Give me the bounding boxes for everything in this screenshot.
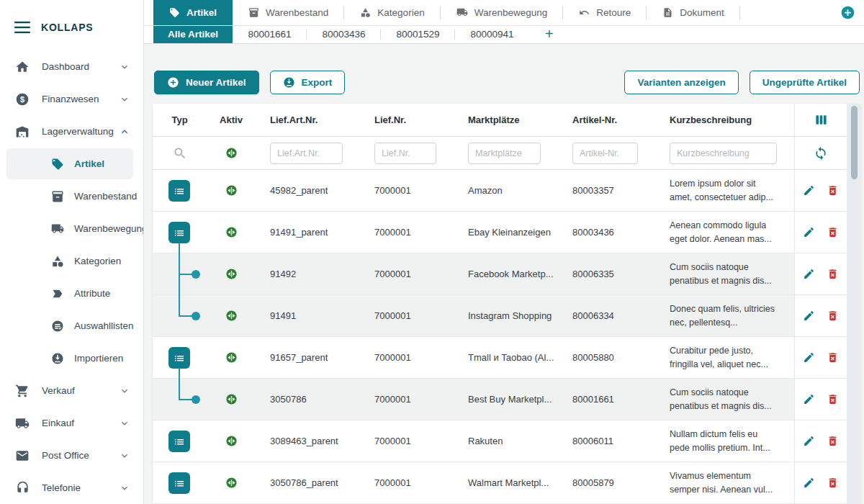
column-header-typ[interactable]: Typ [153, 104, 207, 136]
new-article-button[interactable]: Neuer Artikel [154, 71, 259, 94]
edit-icon[interactable] [803, 351, 815, 364]
column-header-kurzbeschreibung[interactable]: Kurzbeschreibung [655, 114, 794, 125]
subtab-article-2[interactable]: 80003436 [307, 26, 381, 43]
artikel-nr-filter-input[interactable] [572, 143, 638, 164]
tree-node-dot [192, 270, 200, 279]
table-row[interactable]: 91657_parent 7000001 Tmall и Taobao (Al.… [153, 337, 847, 379]
edit-icon[interactable] [803, 226, 815, 238]
sidebar-item-finanzwesen[interactable]: Finanzwesen [0, 83, 143, 115]
sidebar-item-warenbestand[interactable]: Warenbestand [0, 180, 143, 212]
active-status-icon [225, 310, 238, 322]
tab-dokument[interactable]: Dokument [647, 0, 740, 25]
delete-icon[interactable] [827, 435, 839, 447]
sidebar-item-artikel[interactable]: Artikel [0, 148, 143, 180]
marktplatz-value: Rakuten [454, 436, 558, 446]
table-header-row: Typ Aktiv Lief.Art.Nr. Lief.Nr. Marktplä… [153, 104, 847, 137]
marktplaetze-filter-input[interactable] [468, 143, 541, 164]
table-row-child[interactable]: 91492 7000001 Facebook Marketp... 800063… [153, 253, 847, 295]
table-scrollbar-thumb[interactable] [851, 106, 858, 179]
edit-icon[interactable] [803, 310, 815, 322]
column-header-artikel-nr[interactable]: Artikel-Nr. [558, 114, 655, 125]
sidebar-item-attribute[interactable]: Attribute [0, 277, 143, 310]
subtab-article-3[interactable]: 80001529 [381, 26, 455, 43]
lief-art-nr-value: 91491 [256, 310, 360, 321]
delete-icon[interactable] [827, 226, 839, 238]
table-row[interactable]: 3050786_parent 7000001 Walmart Marketpl.… [153, 462, 847, 504]
export-button[interactable]: Export [270, 71, 346, 94]
sidebar-item-lagerverwaltung[interactable]: Lagerverwaltung [0, 115, 143, 148]
sidebar-item-kategorien[interactable]: Kategorien [0, 245, 143, 277]
tab-warenbestand[interactable]: Warenbestand [233, 0, 344, 25]
table-row[interactable]: 91491_parent 7000001 Ebay Kleinanzeigen … [153, 212, 847, 253]
sidebar-item-importieren[interactable]: Importieren [0, 342, 143, 374]
filter-lief-art-nr-cell [256, 143, 360, 164]
table-scrollbar-track[interactable] [847, 104, 861, 504]
kurzbeschreibung-filter-input[interactable] [670, 143, 777, 164]
delete-icon[interactable] [827, 268, 839, 280]
refresh-icon[interactable] [814, 146, 828, 161]
active-status-icon [225, 184, 238, 197]
marktplatz-value: Tmall и Taobao (Al... [454, 352, 558, 363]
table-row[interactable]: 3089463_parent 7000001 Rakuten 80006011 … [153, 420, 847, 462]
delete-icon[interactable] [827, 184, 839, 197]
table-row[interactable]: 45982_parent 7000001 Amazon 80003357 Lor… [153, 170, 847, 212]
edit-icon[interactable] [803, 477, 815, 489]
lief-art-nr-filter-input[interactable] [270, 143, 343, 164]
hamburger-menu-icon[interactable] [14, 21, 30, 34]
delete-icon[interactable] [827, 393, 839, 405]
delete-icon[interactable] [827, 310, 839, 322]
tab-warenbewegung[interactable]: Warenbewegung [441, 0, 564, 25]
lief-nr-filter-input[interactable] [374, 143, 436, 164]
column-header-aktiv[interactable]: Aktiv [207, 104, 256, 136]
delete-icon[interactable] [827, 477, 839, 489]
artikel-nr-value: 80005880 [558, 352, 655, 363]
shapes-icon [360, 7, 371, 18]
edit-icon[interactable] [803, 268, 815, 280]
tab-artikel[interactable]: Artikel [153, 0, 233, 25]
parent-list-icon[interactable] [168, 472, 190, 494]
edit-icon[interactable] [803, 435, 815, 447]
table-row-child[interactable]: 3050786 7000001 Best Buy Marketpl... 800… [153, 379, 847, 420]
kurzbeschreibung-value: Lorem ipsum dolor sit amet, consectetuer… [655, 177, 794, 203]
marktplatz-value: Ebay Kleinanzeigen [454, 227, 558, 238]
parent-list-icon[interactable] [168, 222, 190, 243]
filter-artikel-nr-cell [558, 143, 655, 164]
column-header-lief-nr[interactable]: Lief.Nr. [360, 114, 454, 125]
tab-kategorien[interactable]: Kategorien [344, 0, 440, 25]
subtab-alle-artikel[interactable]: Alle Artikel [153, 26, 233, 43]
sidebar-item-einkauf[interactable]: Einkauf [0, 407, 143, 439]
edit-icon[interactable] [803, 393, 815, 405]
subtab-article-1[interactable]: 80001661 [233, 26, 307, 43]
parent-list-icon[interactable] [168, 431, 190, 452]
sidebar-item-verkauf[interactable]: Verkauf [0, 374, 143, 407]
sidebar-item-auswahllisten[interactable]: Auswahllisten [0, 310, 143, 342]
lief-art-nr-value: 3089463_parent [256, 436, 360, 446]
artikel-nr-value: 80006011 [558, 436, 655, 446]
lief-art-nr-value: 3050786_parent [256, 477, 360, 488]
table-row-child[interactable]: 91491 7000001 Instagram Shopping 8000633… [153, 295, 847, 337]
unverified-articles-button[interactable]: Ungeprüfte Artikel [750, 71, 860, 94]
subtab-article-4[interactable]: 80000941 [455, 26, 529, 43]
sidebar-item-label: Post Office [42, 450, 89, 461]
show-variants-button[interactable]: Varianten anzeigen [624, 71, 738, 94]
tree-node-dot [192, 312, 200, 320]
column-header-marktplaetze[interactable]: Marktplätze [454, 114, 558, 125]
delete-icon[interactable] [827, 351, 839, 364]
parent-list-icon[interactable] [168, 347, 190, 369]
sidebar-item-dashboard[interactable]: Dashboard [0, 50, 143, 83]
add-tab-icon[interactable] [840, 5, 855, 20]
search-icon[interactable] [173, 146, 187, 161]
columns-icon[interactable] [814, 113, 828, 127]
parent-list-icon[interactable] [168, 180, 190, 202]
app-window: KOLLAPS Dashboard Finanzwesen Lagerverwa… [0, 0, 864, 504]
column-header-lief-art-nr[interactable]: Lief.Art.Nr. [256, 114, 360, 125]
box-icon [51, 190, 64, 203]
sidebar-item-post-office[interactable]: Post Office [0, 439, 143, 472]
edit-icon[interactable] [803, 184, 815, 197]
active-toggle-icon[interactable] [225, 147, 238, 159]
sidebar-item-warenbewegung[interactable]: Warenbewegung [0, 212, 143, 245]
add-subtab-icon[interactable]: + [529, 26, 558, 43]
tab-retoure[interactable]: Retoure [563, 0, 647, 25]
kurzbeschreibung-value: Cum sociis natoque penatibus et magnis d… [655, 386, 794, 412]
sidebar-item-telefonie[interactable]: Telefonie [0, 472, 143, 504]
